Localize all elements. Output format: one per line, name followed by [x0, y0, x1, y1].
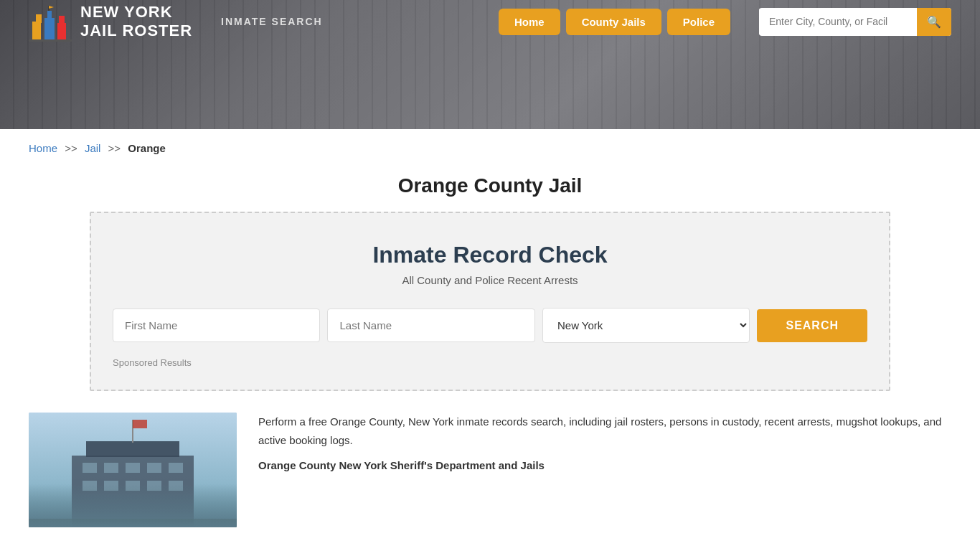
svg-rect-16: [169, 463, 183, 473]
svg-rect-4: [57, 23, 66, 39]
header-search-input[interactable]: [759, 9, 917, 34]
breadcrumb-sep-2: >>: [108, 142, 121, 154]
header-search-button[interactable]: 🔍: [917, 8, 951, 36]
svg-rect-1: [36, 14, 42, 23]
svg-rect-15: [147, 463, 161, 473]
inmate-search-label: INMATE SEARCH: [221, 16, 323, 27]
logo-text: NEW YORK JAIL ROSTER: [80, 3, 192, 41]
svg-rect-11: [86, 441, 179, 457]
svg-rect-13: [104, 463, 118, 473]
home-button[interactable]: Home: [499, 9, 560, 35]
facility-image: [29, 413, 237, 527]
header-search-bar: 🔍: [759, 8, 951, 36]
svg-rect-6: [29, 39, 72, 42]
page-title-area: Orange County Jail: [0, 167, 980, 212]
search-icon: 🔍: [927, 16, 941, 28]
inmate-search-button[interactable]: SEARCH: [757, 309, 867, 342]
inmate-record-heading: Inmate Record Check: [113, 242, 867, 268]
svg-rect-21: [169, 481, 183, 491]
last-name-input[interactable]: [327, 309, 534, 342]
inmate-record-section: Inmate Record Check All County and Polic…: [90, 212, 890, 391]
breadcrumb-sep-1: >>: [65, 142, 77, 154]
svg-rect-0: [32, 22, 41, 39]
svg-rect-23: [133, 420, 147, 428]
svg-rect-20: [147, 481, 161, 491]
first-name-input[interactable]: [113, 309, 320, 342]
site-name-line1: NEW YORK: [80, 3, 192, 22]
svg-rect-5: [59, 16, 65, 24]
inmate-record-subtitle: All County and Police Recent Arrests: [113, 274, 867, 286]
svg-rect-24: [29, 519, 237, 527]
svg-rect-3: [47, 11, 52, 19]
site-logo[interactable]: NEW YORK JAIL ROSTER: [29, 0, 192, 43]
breadcrumb-home-link[interactable]: Home: [29, 142, 57, 154]
inmate-search-form: AlabamaAlaskaArizonaArkansasCaliforniaCo…: [113, 308, 867, 343]
site-header: NEW YORK JAIL ROSTER INMATE SEARCH Home …: [0, 0, 980, 129]
page-title: Orange County Jail: [29, 174, 951, 197]
svg-rect-17: [83, 481, 97, 491]
police-button[interactable]: Police: [667, 9, 730, 35]
content-description: Perform a free Orange County, New York i…: [258, 413, 951, 449]
svg-rect-12: [83, 463, 97, 473]
svg-rect-18: [104, 481, 118, 491]
content-sub-heading: Orange County New York Sheriff's Departm…: [258, 456, 951, 475]
svg-rect-19: [126, 481, 140, 491]
content-section: Perform a free Orange County, New York i…: [0, 391, 980, 549]
breadcrumb-jail-link[interactable]: Jail: [85, 142, 101, 154]
county-jails-button[interactable]: County Jails: [566, 9, 661, 35]
content-text-area: Perform a free Orange County, New York i…: [258, 413, 951, 482]
logo-icon: [29, 0, 72, 43]
site-name-line2: JAIL ROSTER: [80, 22, 192, 40]
svg-marker-8: [49, 6, 54, 9]
main-nav: Home County Jails Police: [499, 9, 730, 35]
state-select[interactable]: AlabamaAlaskaArizonaArkansasCaliforniaCo…: [542, 308, 750, 343]
sponsored-results-label: Sponsored Results: [113, 357, 867, 368]
svg-rect-14: [126, 463, 140, 473]
svg-rect-2: [44, 18, 55, 39]
breadcrumb: Home >> Jail >> Orange: [0, 129, 980, 167]
breadcrumb-current: Orange: [128, 142, 166, 154]
